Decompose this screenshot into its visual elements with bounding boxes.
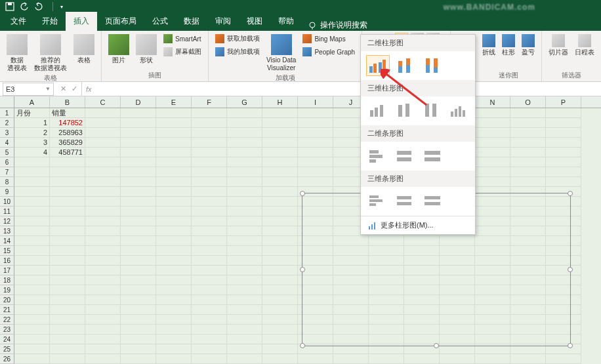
undo-icon[interactable]: [20, 2, 29, 11]
percent-stacked-column-option[interactable]: [421, 55, 445, 76]
cell-F24[interactable]: [192, 334, 227, 344]
cell-N26[interactable]: [475, 354, 510, 364]
cell-O26[interactable]: [510, 354, 546, 364]
tab-data[interactable]: 数据: [176, 12, 207, 31]
cell-F19[interactable]: [192, 285, 227, 295]
cell-F21[interactable]: [192, 305, 227, 315]
cell-I26[interactable]: [298, 354, 333, 364]
cell-F6[interactable]: [192, 157, 227, 167]
cell-H18[interactable]: [262, 275, 298, 285]
row-header-16[interactable]: 16: [0, 256, 14, 266]
pivottable-button[interactable]: 数据 透视表: [5, 33, 29, 73]
column-header-F[interactable]: F: [192, 96, 227, 108]
cell-G14[interactable]: [227, 236, 262, 246]
cell-F2[interactable]: [192, 118, 227, 128]
cell-A5[interactable]: 4: [14, 148, 50, 157]
cell-B21[interactable]: [50, 305, 85, 315]
row-header-10[interactable]: 10: [0, 197, 14, 207]
cell-G17[interactable]: [227, 266, 262, 275]
cell-D10[interactable]: [121, 197, 156, 207]
column-header-A[interactable]: A: [14, 96, 50, 108]
sparkline-winloss-button[interactable]: 盈亏: [520, 33, 536, 58]
cell-O7[interactable]: [510, 167, 546, 177]
cell-E16[interactable]: [156, 256, 192, 266]
cell-H5[interactable]: [262, 148, 298, 157]
3d-stacked-bar-option[interactable]: [394, 191, 417, 212]
fx-icon[interactable]: fx: [82, 85, 96, 93]
stacked-column-option[interactable]: [394, 55, 417, 76]
cell-B10[interactable]: [50, 197, 85, 207]
row-header-14[interactable]: 14: [0, 236, 14, 246]
cell-B23[interactable]: [50, 325, 85, 334]
cell-L26[interactable]: [404, 354, 440, 364]
cell-G7[interactable]: [227, 167, 262, 177]
cell-K26[interactable]: [369, 354, 404, 364]
row-header-4[interactable]: 4: [0, 138, 14, 148]
cell-H14[interactable]: [262, 236, 298, 246]
cell-A13[interactable]: [14, 226, 50, 236]
cell-D7[interactable]: [121, 167, 156, 177]
cell-C10[interactable]: [85, 197, 121, 207]
cell-P5[interactable]: [546, 148, 581, 157]
cell-C3[interactable]: [85, 128, 121, 138]
3d-column-option[interactable]: [447, 100, 470, 121]
cell-N4[interactable]: [475, 138, 510, 148]
3d-percent-stacked-column-option[interactable]: [420, 100, 443, 121]
timeline-button[interactable]: 日程表: [573, 33, 596, 58]
cell-H26[interactable]: [262, 354, 298, 364]
cell-D4[interactable]: [121, 138, 156, 148]
spreadsheet-grid[interactable]: ABCDEFGHIJKLMNOP 12345678910111213141516…: [0, 96, 601, 364]
cell-A3[interactable]: 2: [14, 128, 50, 138]
cell-F4[interactable]: [192, 138, 227, 148]
cell-F20[interactable]: [192, 295, 227, 305]
cell-A4[interactable]: 3: [14, 138, 50, 148]
cell-D21[interactable]: [121, 305, 156, 315]
cell-G26[interactable]: [227, 354, 262, 364]
cell-P7[interactable]: [546, 167, 581, 177]
cell-N1[interactable]: [475, 108, 510, 118]
cell-F13[interactable]: [192, 226, 227, 236]
cell-A19[interactable]: [14, 285, 50, 295]
cell-B7[interactable]: [50, 167, 85, 177]
cell-B19[interactable]: [50, 285, 85, 295]
cell-N8[interactable]: [475, 177, 510, 187]
column-header-B[interactable]: B: [50, 96, 85, 108]
shapes-button[interactable]: 形状: [135, 33, 158, 66]
cell-C9[interactable]: [85, 187, 121, 197]
cell-E5[interactable]: [156, 148, 192, 157]
cell-G10[interactable]: [227, 197, 262, 207]
cell-H1[interactable]: [262, 108, 298, 118]
redo-icon[interactable]: [34, 2, 43, 11]
cell-A18[interactable]: [14, 275, 50, 285]
cell-C15[interactable]: [85, 246, 121, 256]
cell-C14[interactable]: [85, 236, 121, 246]
cell-E7[interactable]: [156, 167, 192, 177]
row-header-26[interactable]: 26: [0, 354, 14, 364]
cell-B14[interactable]: [50, 236, 85, 246]
cell-C2[interactable]: [85, 118, 121, 128]
cell-B24[interactable]: [50, 334, 85, 344]
cell-C11[interactable]: [85, 207, 121, 216]
cell-C16[interactable]: [85, 256, 121, 266]
cell-D15[interactable]: [121, 246, 156, 256]
tab-insert[interactable]: 插入: [66, 12, 97, 31]
column-header-E[interactable]: E: [156, 96, 192, 108]
cell-E9[interactable]: [156, 187, 192, 197]
cell-O3[interactable]: [510, 128, 546, 138]
column-header-C[interactable]: C: [85, 96, 121, 108]
cell-G16[interactable]: [227, 256, 262, 266]
cell-C13[interactable]: [85, 226, 121, 236]
cell-E1[interactable]: [156, 108, 192, 118]
cell-N2[interactable]: [475, 118, 510, 128]
cell-H3[interactable]: [262, 128, 298, 138]
cell-G23[interactable]: [227, 325, 262, 334]
cell-O8[interactable]: [510, 177, 546, 187]
cell-B5[interactable]: 458771: [50, 148, 85, 157]
cell-E24[interactable]: [156, 334, 192, 344]
cell-C5[interactable]: [85, 148, 121, 157]
row-header-15[interactable]: 15: [0, 246, 14, 256]
tab-home[interactable]: 开始: [34, 12, 66, 31]
cell-C18[interactable]: [85, 275, 121, 285]
cell-P26[interactable]: [546, 354, 581, 364]
3d-stacked-column-option[interactable]: [393, 100, 416, 121]
